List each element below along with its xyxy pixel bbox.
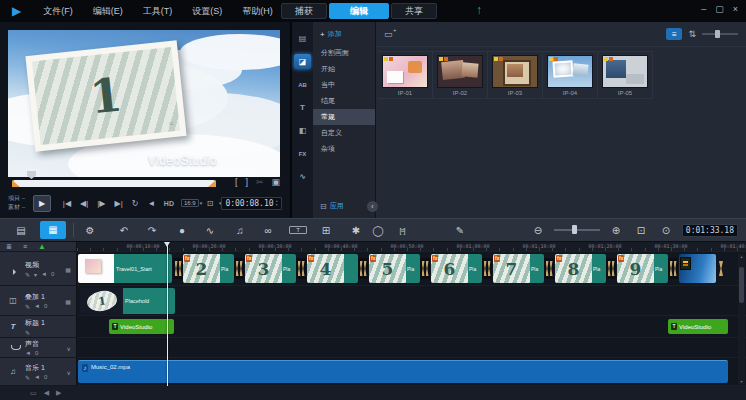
scroll-up-icon[interactable]: ▴ [740,254,742,259]
video-clip-placeholder[interactable]: fx 8 Pla [555,254,606,283]
transition-icon[interactable] [482,258,492,279]
close-button[interactable]: × [733,4,738,14]
video-clip-placeholder[interactable]: fx 3 Pla [245,254,296,283]
thumbnail-size-slider[interactable] [702,33,738,35]
transition-icon[interactable] [544,258,554,279]
project-duration-timecode[interactable]: 0:01:33.18 [682,224,738,237]
volume-icon[interactable]: ◄ [34,303,40,309]
transition-icon[interactable] [717,258,725,279]
sound-mixer-button[interactable]: ∿ [201,225,219,236]
undo-button[interactable]: ↶ [115,225,133,236]
video-clip-placeholder[interactable]: fx 7 Pla [493,254,544,283]
overlay-track-header[interactable]: ◫ 叠加 1 ✎ ◄ 0 ▦ [0,286,76,316]
music-clip[interactable]: ♪ Music_02.mpa [78,360,728,383]
mode-clip-label[interactable]: 素材 – [8,204,33,211]
menu-edit[interactable]: 编辑(E) [93,5,123,18]
prev-frame-button[interactable]: ◀| [80,199,88,208]
video-clip-placeholder[interactable]: fx 2 Pla [183,254,234,283]
template-item[interactable]: IP-04 [543,52,598,98]
track-transparency-icon[interactable]: ▦ [65,265,71,272]
template-thumbnail[interactable] [492,55,538,88]
go-end-button[interactable]: ▶| [115,199,123,208]
transition-icon[interactable] [606,258,616,279]
track-transparency-icon[interactable]: ▦ [65,297,71,304]
sort-icon[interactable]: ⇅ [688,29,696,39]
region-render-button[interactable]: [≡] [393,227,411,234]
overlay-clip[interactable]: 1 Placehold [80,288,175,314]
timeline-view-button[interactable]: ▦ [40,221,66,239]
repeat-button[interactable]: ↻ [132,199,139,208]
timecode-spinner[interactable]: ▴▾ [276,199,278,207]
menu-settings[interactable]: 设置(S) [192,5,222,18]
overlap-options-button[interactable]: ∞ [259,225,277,236]
transition-library-icon[interactable]: AB [294,77,311,92]
ripple-edit-icon[interactable]: ✎ [25,374,30,381]
category-item[interactable]: 杂项 [313,141,375,157]
track-layout-icon[interactable]: ≡ [23,243,27,250]
enlarge-preview-icon[interactable]: ▣ [271,177,280,187]
transition-icon[interactable] [668,258,678,279]
category-item-selected[interactable]: 常规 [313,109,375,125]
overlay-track-content[interactable]: 1 Placehold [77,286,746,316]
customize-toolbar-button[interactable]: ◯ [369,225,387,236]
music-track-content[interactable]: ♪ Music_02.mpa [77,358,746,386]
volume-icon[interactable]: ◄ [41,271,47,277]
split-clip-icon[interactable]: ✂ [256,177,264,187]
category-item[interactable]: 结尾 [313,93,375,109]
graphic-library-icon[interactable]: ◧ [294,123,311,138]
video-clip-ending[interactable] [679,254,716,283]
project-duration-icon[interactable]: ⊙ [657,225,675,236]
timeline-scrollbar[interactable]: ▴ ▾ [738,254,745,384]
voice-track-header[interactable]: 声音 ◄ 0 ∨ [0,338,76,358]
volume-icon[interactable]: ◄ [147,199,155,208]
enlarge-button[interactable]: ⊡ [207,199,214,208]
tools-icon[interactable]: ⚙ [81,225,99,236]
scroll-right-icon[interactable]: ▶ [56,389,61,397]
slider-thumb[interactable] [715,30,720,38]
storyboard-view-button[interactable]: ▤ [12,225,30,236]
template-thumbnail[interactable] [382,55,428,88]
menu-help[interactable]: 帮助(H) [242,5,273,18]
template-item[interactable]: IP-01 [378,52,433,98]
track-manager-icon[interactable]: ≣ [6,243,12,251]
caret-icon[interactable]: ▾ [34,271,37,278]
add-category-button[interactable]: + 添加 [313,27,375,45]
aspect-caret-icon[interactable]: ▾ [200,200,203,206]
record-capture-button[interactable]: ● [173,225,191,236]
mark-in-button[interactable]: [ [235,177,238,187]
music-track-header[interactable]: ♫ 音乐 1 ✎ ◄ 0 ∨ [0,358,76,386]
preview-viewport[interactable]: 1 ≈ VideoStudio [8,30,280,177]
menu-tools[interactable]: 工具(T) [143,5,173,18]
video-clip-intro[interactable]: Travel01_Start [78,254,172,283]
transition-icon[interactable] [173,258,183,279]
title-clip[interactable]: T VideoStudio [668,319,728,334]
tab-capture[interactable]: 捕获 [281,3,327,19]
menu-file[interactable]: 文件(F) [43,5,73,18]
voice-track-content[interactable] [77,338,746,358]
video-clip-placeholder[interactable]: fx 4 [307,254,358,283]
subtitle-editor-button[interactable]: T [289,226,307,234]
scroll-left-icon[interactable]: ◀ [44,389,49,397]
mask-creator-button[interactable]: ✎ [451,225,469,236]
category-item[interactable]: 开始 [313,61,375,77]
aspect-ratio-select[interactable]: 16:9 [181,199,199,207]
filter-library-icon[interactable]: FX [294,146,311,161]
add-track-button[interactable]: ▲ [38,242,46,251]
media-library-icon[interactable]: ▤ [294,31,311,46]
split-screen-template-button[interactable]: ⊞ [317,225,335,236]
mode-project-label[interactable]: 项目 – [8,195,33,202]
category-item[interactable]: 自定义 [313,125,375,141]
video-track-content[interactable]: Travel01_Start fx 2 Pla fx 3 Pla fx [77,252,746,286]
seek-bar[interactable] [12,180,216,187]
video-track-header[interactable]: 视频 ✎ ▾ ◄ 0 ▦ [0,252,76,286]
play-button[interactable]: ▶ [33,195,52,212]
ripple-edit-icon[interactable]: ✎ [25,303,30,310]
fit-project-button[interactable]: ⊡ [632,225,650,236]
video-clip-placeholder[interactable]: fx 5 Pla [369,254,420,283]
hd-toggle[interactable]: HD [164,200,174,207]
video-clip-placeholder[interactable]: fx 6 Pla [431,254,482,283]
mark-out-button[interactable]: ] [245,177,248,187]
list-view-toggle[interactable]: ≡ [666,28,682,40]
apply-button[interactable]: ⊟ 应用 [320,201,344,211]
scrollbar-thumb[interactable] [739,267,744,303]
